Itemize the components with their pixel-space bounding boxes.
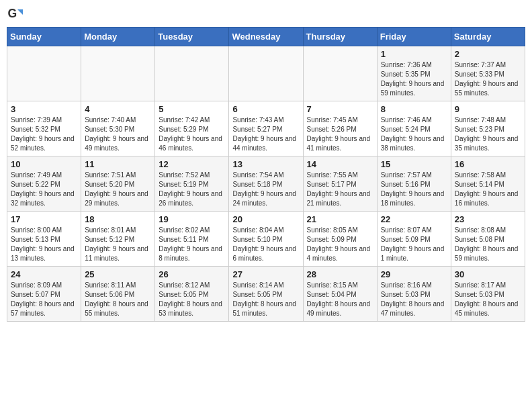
day-info: Sunrise: 8:12 AM Sunset: 5:05 PM Dayligh… [159, 281, 225, 318]
day-info: Sunrise: 8:07 AM Sunset: 5:09 PM Dayligh… [381, 226, 447, 263]
day-info: Sunrise: 7:58 AM Sunset: 5:14 PM Dayligh… [455, 171, 521, 208]
day-number: 7 [307, 104, 373, 114]
calendar-cell: 26Sunrise: 8:12 AM Sunset: 5:05 PM Dayli… [155, 267, 229, 322]
day-number: 9 [455, 104, 521, 114]
day-number: 5 [159, 104, 225, 114]
day-info: Sunrise: 7:46 AM Sunset: 5:24 PM Dayligh… [381, 116, 447, 153]
day-number: 18 [85, 214, 151, 224]
day-info: Sunrise: 8:11 AM Sunset: 5:06 PM Dayligh… [85, 281, 151, 318]
calendar: SundayMondayTuesdayWednesdayThursdayFrid… [7, 27, 525, 322]
day-info: Sunrise: 8:17 AM Sunset: 5:03 PM Dayligh… [455, 281, 521, 318]
day-info: Sunrise: 8:14 AM Sunset: 5:05 PM Dayligh… [232, 281, 299, 318]
header-day-friday: Friday [377, 28, 451, 46]
day-info: Sunrise: 8:15 AM Sunset: 5:04 PM Dayligh… [307, 281, 373, 318]
calendar-cell [155, 46, 229, 101]
day-number: 10 [11, 159, 77, 169]
day-info: Sunrise: 8:08 AM Sunset: 5:08 PM Dayligh… [455, 226, 521, 263]
calendar-cell: 30Sunrise: 8:17 AM Sunset: 5:03 PM Dayli… [451, 267, 525, 322]
day-info: Sunrise: 8:09 AM Sunset: 5:07 PM Dayligh… [11, 281, 77, 318]
day-info: Sunrise: 7:43 AM Sunset: 5:27 PM Dayligh… [232, 116, 299, 153]
calendar-week-4: 17Sunrise: 8:00 AM Sunset: 5:13 PM Dayli… [7, 212, 525, 267]
day-info: Sunrise: 7:57 AM Sunset: 5:16 PM Dayligh… [381, 171, 447, 208]
logo-icon: G [7, 7, 23, 23]
day-number: 22 [381, 214, 447, 224]
day-info: Sunrise: 8:02 AM Sunset: 5:11 PM Dayligh… [159, 226, 225, 263]
header-day-monday: Monday [81, 28, 155, 46]
day-info: Sunrise: 7:54 AM Sunset: 5:18 PM Dayligh… [232, 171, 299, 208]
logo: G [7, 7, 26, 23]
day-info: Sunrise: 7:52 AM Sunset: 5:19 PM Dayligh… [159, 171, 225, 208]
day-number: 15 [381, 159, 447, 169]
day-number: 16 [455, 159, 521, 169]
calendar-cell: 25Sunrise: 8:11 AM Sunset: 5:06 PM Dayli… [81, 267, 155, 322]
day-number: 6 [232, 104, 299, 114]
day-info: Sunrise: 7:42 AM Sunset: 5:29 PM Dayligh… [159, 116, 225, 153]
day-number: 8 [381, 104, 447, 114]
calendar-cell: 10Sunrise: 7:49 AM Sunset: 5:22 PM Dayli… [7, 156, 81, 212]
calendar-week-2: 3Sunrise: 7:39 AM Sunset: 5:32 PM Daylig… [7, 101, 525, 156]
day-number: 19 [159, 214, 225, 224]
calendar-cell [229, 46, 303, 101]
calendar-cell: 8Sunrise: 7:46 AM Sunset: 5:24 PM Daylig… [377, 101, 451, 156]
day-info: Sunrise: 7:39 AM Sunset: 5:32 PM Dayligh… [11, 116, 77, 153]
header-day-saturday: Saturday [451, 28, 525, 46]
calendar-cell: 29Sunrise: 8:16 AM Sunset: 5:03 PM Dayli… [377, 267, 451, 322]
day-number: 14 [307, 159, 373, 169]
calendar-cell: 14Sunrise: 7:55 AM Sunset: 5:17 PM Dayli… [303, 156, 377, 212]
header-day-tuesday: Tuesday [155, 28, 229, 46]
header: G [7, 7, 525, 23]
day-number: 4 [85, 104, 151, 114]
day-info: Sunrise: 7:49 AM Sunset: 5:22 PM Dayligh… [11, 171, 77, 208]
day-number: 21 [307, 214, 373, 224]
day-info: Sunrise: 7:48 AM Sunset: 5:23 PM Dayligh… [455, 116, 521, 153]
day-info: Sunrise: 7:37 AM Sunset: 5:33 PM Dayligh… [455, 60, 521, 98]
calendar-header-row: SundayMondayTuesdayWednesdayThursdayFrid… [7, 28, 525, 46]
calendar-cell [81, 46, 155, 101]
day-number: 2 [455, 49, 521, 59]
day-info: Sunrise: 8:01 AM Sunset: 5:12 PM Dayligh… [85, 226, 151, 263]
day-number: 17 [11, 214, 77, 224]
calendar-cell: 3Sunrise: 7:39 AM Sunset: 5:32 PM Daylig… [7, 101, 81, 156]
calendar-cell [303, 46, 377, 101]
calendar-cell: 7Sunrise: 7:45 AM Sunset: 5:26 PM Daylig… [303, 101, 377, 156]
calendar-cell: 16Sunrise: 7:58 AM Sunset: 5:14 PM Dayli… [451, 156, 525, 212]
calendar-cell: 1Sunrise: 7:36 AM Sunset: 5:35 PM Daylig… [377, 46, 451, 101]
calendar-week-3: 10Sunrise: 7:49 AM Sunset: 5:22 PM Dayli… [7, 156, 525, 212]
calendar-cell: 19Sunrise: 8:02 AM Sunset: 5:11 PM Dayli… [155, 212, 229, 267]
calendar-cell: 2Sunrise: 7:37 AM Sunset: 5:33 PM Daylig… [451, 46, 525, 101]
day-info: Sunrise: 7:36 AM Sunset: 5:35 PM Dayligh… [381, 60, 447, 98]
svg-marker-1 [17, 9, 23, 15]
day-number: 23 [455, 214, 521, 224]
day-info: Sunrise: 7:40 AM Sunset: 5:30 PM Dayligh… [85, 116, 151, 153]
day-info: Sunrise: 7:51 AM Sunset: 5:20 PM Dayligh… [85, 171, 151, 208]
day-number: 20 [232, 214, 299, 224]
day-number: 29 [381, 269, 447, 279]
calendar-cell: 9Sunrise: 7:48 AM Sunset: 5:23 PM Daylig… [451, 101, 525, 156]
day-number: 30 [455, 269, 521, 279]
calendar-cell: 6Sunrise: 7:43 AM Sunset: 5:27 PM Daylig… [229, 101, 303, 156]
header-day-wednesday: Wednesday [229, 28, 303, 46]
calendar-cell: 22Sunrise: 8:07 AM Sunset: 5:09 PM Dayli… [377, 212, 451, 267]
day-number: 24 [11, 269, 77, 279]
calendar-cell: 27Sunrise: 8:14 AM Sunset: 5:05 PM Dayli… [229, 267, 303, 322]
calendar-cell: 5Sunrise: 7:42 AM Sunset: 5:29 PM Daylig… [155, 101, 229, 156]
calendar-cell: 23Sunrise: 8:08 AM Sunset: 5:08 PM Dayli… [451, 212, 525, 267]
calendar-week-5: 24Sunrise: 8:09 AM Sunset: 5:07 PM Dayli… [7, 267, 525, 322]
day-info: Sunrise: 8:05 AM Sunset: 5:09 PM Dayligh… [307, 226, 373, 263]
day-info: Sunrise: 7:45 AM Sunset: 5:26 PM Dayligh… [307, 116, 373, 153]
calendar-cell: 17Sunrise: 8:00 AM Sunset: 5:13 PM Dayli… [7, 212, 81, 267]
header-day-thursday: Thursday [303, 28, 377, 46]
calendar-cell: 11Sunrise: 7:51 AM Sunset: 5:20 PM Dayli… [81, 156, 155, 212]
calendar-cell: 20Sunrise: 8:04 AM Sunset: 5:10 PM Dayli… [229, 212, 303, 267]
day-number: 26 [159, 269, 225, 279]
day-info: Sunrise: 8:04 AM Sunset: 5:10 PM Dayligh… [232, 226, 299, 263]
calendar-cell: 21Sunrise: 8:05 AM Sunset: 5:09 PM Dayli… [303, 212, 377, 267]
day-number: 13 [232, 159, 299, 169]
calendar-cell: 13Sunrise: 7:54 AM Sunset: 5:18 PM Dayli… [229, 156, 303, 212]
day-number: 12 [159, 159, 225, 169]
calendar-cell: 24Sunrise: 8:09 AM Sunset: 5:07 PM Dayli… [7, 267, 81, 322]
calendar-cell: 28Sunrise: 8:15 AM Sunset: 5:04 PM Dayli… [303, 267, 377, 322]
day-info: Sunrise: 8:00 AM Sunset: 5:13 PM Dayligh… [11, 226, 77, 263]
header-day-sunday: Sunday [7, 28, 81, 46]
day-number: 3 [11, 104, 77, 114]
